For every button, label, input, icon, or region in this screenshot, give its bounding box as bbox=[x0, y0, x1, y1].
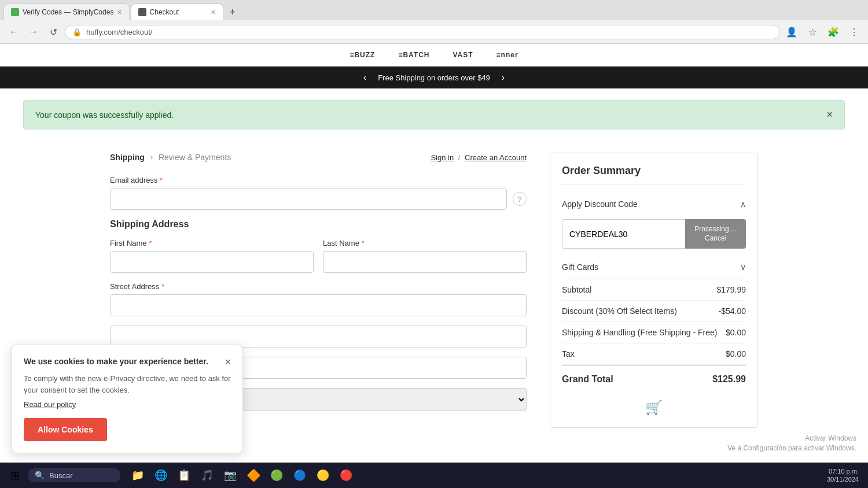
browser-tabs: Verify Codes — SimplyCodes × Checkout × … bbox=[0, 0, 868, 20]
tab-verify-codes[interactable]: Verify Codes — SimplyCodes × bbox=[3, 3, 130, 20]
grand-total-label: Grand Total bbox=[562, 374, 613, 385]
street-address-input[interactable] bbox=[110, 294, 527, 316]
refresh-button[interactable]: ↺ bbox=[45, 24, 61, 40]
subtotal-label: Subtotal bbox=[562, 285, 591, 294]
cookie-policy-link[interactable]: Read our policy bbox=[24, 400, 231, 409]
cookie-banner: We use cookies to make your experience b… bbox=[12, 345, 243, 439]
cookie-header: We use cookies to make your experience b… bbox=[24, 357, 231, 367]
subtotal-line: Subtotal $179.99 bbox=[562, 279, 746, 301]
forward-button[interactable]: → bbox=[25, 24, 42, 40]
tab-title-checkout: Checkout bbox=[150, 8, 208, 16]
allow-cookies-button[interactable]: Allow Cookies bbox=[24, 418, 107, 439]
grand-total-value: $125.99 bbox=[712, 374, 746, 385]
browser-chrome: Verify Codes — SimplyCodes × Checkout × … bbox=[0, 0, 868, 44]
apply-discount-button[interactable]: Processing ... Cancel bbox=[685, 219, 746, 249]
cookie-title: We use cookies to make your experience b… bbox=[24, 357, 208, 366]
cancel-text: Cancel bbox=[705, 234, 726, 243]
brand-vast: VAST bbox=[453, 51, 473, 59]
site-header: ≡BUZZ ≡BATCH VAST ≡nner bbox=[0, 44, 868, 66]
brand-buzz: ≡BUZZ bbox=[350, 51, 375, 59]
street-address-group: Street Address * bbox=[110, 282, 527, 316]
discount-header[interactable]: Apply Discount Code ∧ bbox=[562, 194, 746, 215]
extensions-icon[interactable]: 🧩 bbox=[825, 24, 841, 40]
shipping-label: Shipping & Handling (Free Shipping - Fre… bbox=[562, 328, 717, 337]
new-tab-button[interactable]: + bbox=[225, 4, 241, 20]
discount-label: Discount (30% Off Select Items) bbox=[562, 306, 677, 316]
discount-section: Apply Discount Code ∧ Processing ... Can… bbox=[562, 194, 746, 249]
order-summary-title: Order Summary bbox=[562, 165, 746, 184]
last-name-input[interactable] bbox=[323, 251, 527, 273]
lock-icon: 🔒 bbox=[72, 28, 82, 36]
email-required-marker: * bbox=[160, 176, 163, 184]
order-summary: Order Summary Apply Discount Code ∧ Proc… bbox=[550, 153, 758, 428]
auth-separator: / bbox=[458, 153, 462, 162]
discount-code-input[interactable] bbox=[562, 219, 685, 249]
activation-watermark: Activar Windows Ve a Configuración para … bbox=[727, 434, 856, 439]
email-input[interactable] bbox=[110, 188, 507, 210]
gift-cards-chevron-icon: ∨ bbox=[740, 263, 746, 272]
first-name-group: First Name * bbox=[110, 239, 314, 273]
announcement-bar: ‹ Free Shipping on orders over $49 › bbox=[0, 66, 868, 88]
cookie-close-button[interactable]: × bbox=[225, 357, 231, 367]
breadcrumb-arrow: › bbox=[150, 153, 153, 161]
success-banner: Your coupon was successfully applied. × bbox=[23, 100, 845, 130]
cart-icon-row: 🛒 bbox=[562, 390, 746, 416]
announcement-prev[interactable]: ‹ bbox=[363, 72, 366, 83]
discount-chevron-icon: ∧ bbox=[740, 199, 746, 209]
grand-total-line: Grand Total $125.99 bbox=[562, 365, 746, 390]
menu-icon[interactable]: ⋮ bbox=[846, 24, 862, 40]
success-close-button[interactable]: × bbox=[826, 109, 833, 121]
tab-checkout[interactable]: Checkout × bbox=[131, 3, 223, 20]
tab-close-checkout[interactable]: × bbox=[211, 8, 215, 17]
cart-icon[interactable]: 🛒 bbox=[645, 400, 663, 415]
back-button[interactable]: ← bbox=[6, 24, 22, 40]
breadcrumb-shipping[interactable]: Shipping bbox=[110, 153, 145, 162]
brand-nner: ≡nner bbox=[496, 51, 518, 59]
address-bar[interactable]: 🔒 huffy.com/checkout/ bbox=[65, 25, 780, 39]
last-name-group: Last Name * bbox=[323, 239, 527, 273]
announcement-text: Free Shipping on orders over $49 bbox=[378, 73, 490, 82]
discount-line: Discount (30% Off Select Items) -$54.00 bbox=[562, 301, 746, 322]
tab-favicon-verify bbox=[11, 8, 19, 16]
email-form-group: Email address * ? bbox=[110, 176, 527, 210]
tax-line: Tax $0.00 bbox=[562, 343, 746, 365]
breadcrumb: Shipping › Review & Payments Sign in / C… bbox=[110, 153, 527, 162]
star-icon[interactable]: ☆ bbox=[804, 24, 821, 40]
email-input-group: ? bbox=[110, 188, 527, 210]
brand-batch: ≡BATCH bbox=[398, 51, 429, 59]
address-text[interactable]: huffy.com/checkout/ bbox=[86, 28, 152, 36]
subtotal-value: $179.99 bbox=[716, 285, 746, 294]
discount-input-row: Processing ... Cancel bbox=[562, 219, 746, 249]
shipping-value: $0.00 bbox=[726, 328, 746, 337]
tab-favicon-checkout bbox=[138, 8, 146, 16]
first-name-label: First Name * bbox=[110, 239, 314, 247]
name-row: First Name * Last Name * bbox=[110, 239, 527, 282]
gift-cards-section[interactable]: Gift Cards ∨ bbox=[562, 256, 746, 279]
profile-icon[interactable]: 👤 bbox=[784, 24, 800, 40]
help-icon[interactable]: ? bbox=[513, 192, 527, 206]
first-name-input[interactable] bbox=[110, 251, 314, 273]
order-summary-column: Order Summary Apply Discount Code ∧ Proc… bbox=[550, 153, 758, 428]
last-name-label: Last Name * bbox=[323, 239, 527, 247]
shipping-line: Shipping & Handling (Free Shipping - Fre… bbox=[562, 322, 746, 343]
browser-toolbar: ← → ↺ 🔒 huffy.com/checkout/ 👤 ☆ 🧩 ⋮ bbox=[0, 20, 868, 43]
gift-cards-label: Gift Cards bbox=[562, 263, 598, 272]
browser-toolbar-actions: 👤 ☆ 🧩 ⋮ bbox=[784, 24, 862, 40]
discount-section-label: Apply Discount Code bbox=[562, 199, 638, 209]
tab-title-verify: Verify Codes — SimplyCodes bbox=[23, 8, 113, 16]
tax-value: $0.00 bbox=[726, 349, 746, 358]
create-account-link[interactable]: Create an Account bbox=[465, 153, 527, 162]
success-message: Your coupon was successfully applied. bbox=[35, 110, 174, 120]
discount-value: -$54.00 bbox=[719, 306, 746, 316]
breadcrumb-nav: Shipping › Review & Payments bbox=[110, 153, 231, 162]
breadcrumb-review[interactable]: Review & Payments bbox=[159, 153, 231, 162]
announcement-next[interactable]: › bbox=[502, 72, 505, 83]
processing-text: Processing ... bbox=[694, 225, 737, 234]
tab-close-verify[interactable]: × bbox=[117, 8, 122, 17]
shipping-address-title: Shipping Address bbox=[110, 219, 527, 230]
email-label: Email address * bbox=[110, 176, 527, 184]
tax-label: Tax bbox=[562, 349, 575, 358]
street-label: Street Address * bbox=[110, 282, 527, 291]
sign-in-link[interactable]: Sign in bbox=[431, 153, 454, 162]
breadcrumb-auth: Sign in / Create an Account bbox=[431, 153, 527, 162]
